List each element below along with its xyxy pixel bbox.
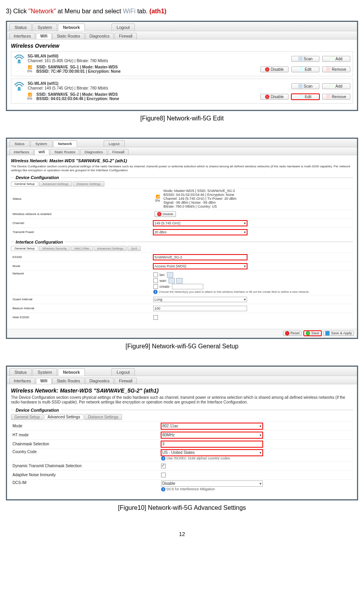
instruction-line: 3) Click "Network" at Menu bar and selec… xyxy=(6,8,358,15)
edit-icon xyxy=(299,95,303,99)
channel-select[interactable]: 149 (5.745 GHz) xyxy=(153,221,247,226)
save-button-highlighted[interactable]: Save xyxy=(304,331,321,336)
subtab-interfaces[interactable]: Interfaces xyxy=(9,149,34,155)
tab-system[interactable]: System xyxy=(32,23,57,31)
tab-network[interactable]: Network xyxy=(58,23,85,31)
subtab-static-routes[interactable]: Static Routes xyxy=(52,33,84,39)
figure8-screenshot: Status System Network Logout Interfaces … xyxy=(6,21,358,111)
info-icon: i xyxy=(161,487,165,491)
tab-advanced-settings[interactable]: Advanced Settings xyxy=(44,414,84,420)
txpower-select[interactable]: 20 dBm xyxy=(153,229,247,235)
main-tabs: Status System Network Logout xyxy=(7,139,357,147)
disable-button[interactable]: Disable xyxy=(260,94,289,100)
interface-config-tabs: General Setup Wireless Security MAC-Filt… xyxy=(11,246,353,251)
tab-mac-filter[interactable]: MAC-Filter xyxy=(71,246,93,251)
tab-network[interactable]: Network xyxy=(53,140,77,147)
subtab-firewall[interactable]: Firewall xyxy=(115,378,136,384)
wan-checkbox[interactable] xyxy=(153,278,158,283)
tab-status[interactable]: Status xyxy=(9,23,32,31)
subtab-wifi[interactable]: Wifi xyxy=(36,378,52,384)
tab-advanced-settings[interactable]: Advanced Settings xyxy=(94,246,127,251)
remove-button[interactable]: Remove xyxy=(322,66,350,72)
subtab-firewall[interactable]: Firewall xyxy=(108,149,129,155)
disable-button[interactable]: Disable xyxy=(260,66,289,72)
dcs-select[interactable]: Disable xyxy=(161,480,263,487)
reset-button[interactable]: Reset xyxy=(283,331,302,336)
subtab-wifi[interactable]: Wifi xyxy=(34,149,49,155)
tab-qos[interactable]: QoS xyxy=(127,246,141,251)
lan-badge-icon xyxy=(167,272,173,278)
instr-network: "Network" xyxy=(29,8,56,14)
tab-logout[interactable]: Logout xyxy=(111,368,135,376)
hide-essid-checkbox[interactable] xyxy=(153,315,158,320)
tab-system[interactable]: System xyxy=(30,140,52,147)
tab-general-setup[interactable]: General Setup xyxy=(11,246,38,251)
tab-status[interactable]: Status xyxy=(9,368,32,376)
tab-wireless-security[interactable]: Wireless Security xyxy=(39,246,70,251)
main-tabs: Status System Network Logout xyxy=(7,367,357,376)
scan-button[interactable]: Scan xyxy=(291,56,319,62)
subtab-diagnostics[interactable]: Diagnostics xyxy=(85,33,114,39)
sub-tabs: Interfaces Wifi Static Routes Diagnostic… xyxy=(7,31,357,39)
tab-logout[interactable]: Logout xyxy=(104,140,125,147)
apply-icon xyxy=(325,331,330,335)
disable-icon xyxy=(265,67,269,72)
dtcs-label: Dynamic Transmit Chainmask Selection xyxy=(11,464,161,468)
subtab-diagnostics[interactable]: Diagnostics xyxy=(80,149,107,155)
essid-input[interactable]: SAWWAVE_5G-2 xyxy=(153,255,247,260)
subtab-static-routes[interactable]: Static Routes xyxy=(52,378,84,384)
htmode-select[interactable]: 80MHz xyxy=(161,432,263,438)
svg-point-1 xyxy=(18,87,21,90)
tab-distance-settings[interactable]: Distance Settings xyxy=(84,414,122,420)
create-checkbox[interactable] xyxy=(153,284,158,289)
mode-select[interactable]: 802.11ac xyxy=(161,423,263,429)
device-config-tabs: General Setup Advanced Settings Distance… xyxy=(11,414,353,420)
edit-button-highlighted[interactable]: Edit xyxy=(291,94,319,100)
subtab-firewall[interactable]: Firewall xyxy=(115,33,136,39)
instr-ath: (ath1) xyxy=(149,8,167,14)
subtab-interfaces[interactable]: Interfaces xyxy=(9,33,35,39)
section-legend: Device Configuration xyxy=(14,408,61,412)
tab-system[interactable]: System xyxy=(32,368,57,376)
tab-network[interactable]: Network xyxy=(58,368,85,376)
tab-general-setup[interactable]: General Setup xyxy=(11,181,38,186)
guard-interval-select[interactable]: Long xyxy=(153,297,247,302)
subtab-wifi[interactable]: Wifi xyxy=(36,33,52,39)
page-description: The Device Configuration section covers … xyxy=(11,165,353,172)
ani-checkbox[interactable] xyxy=(161,473,166,477)
page-title: Wireless Network: Master-WDS "SAWWAVE_5G… xyxy=(11,387,353,394)
subtab-static-routes[interactable]: Static Routes xyxy=(50,149,80,155)
mode-select[interactable]: Access Point (WDS) xyxy=(153,264,247,269)
info-icon: i xyxy=(153,290,158,294)
chainmask-input[interactable]: 3 xyxy=(161,441,263,447)
add-button[interactable]: Add xyxy=(322,83,350,89)
disable-button[interactable]: Disable xyxy=(154,211,176,217)
add-button[interactable]: Add xyxy=(322,56,350,62)
tab-general-setup[interactable]: General Setup xyxy=(11,414,43,420)
remove-icon xyxy=(326,95,330,99)
figure9-caption: [Figure9] Network-wifi-5G General Setup xyxy=(6,343,358,350)
edit-button[interactable]: Edit xyxy=(291,66,319,72)
tab-status[interactable]: Status xyxy=(9,140,30,147)
instr-mid: at Menu bar and select xyxy=(56,8,123,14)
wifi-radio-icon xyxy=(14,54,25,63)
net-wan-label: wan: xyxy=(160,279,167,283)
subtab-diagnostics[interactable]: Diagnostics xyxy=(85,378,114,384)
tab-advanced-settings[interactable]: Advanced Settings xyxy=(39,181,72,186)
country-code-hint: Use ISO/IEC 3166 alpha2 country codes. xyxy=(167,456,231,460)
guard-interval-label: Guard Interval xyxy=(11,298,153,301)
signal-icon: 📶0% xyxy=(153,195,162,203)
create-input[interactable] xyxy=(172,284,203,289)
country-code-select[interactable]: US - United States xyxy=(161,450,263,456)
interface-config-section: Interface Configuration General Setup Wi… xyxy=(11,240,353,323)
tab-distance-settings[interactable]: Distance Settings xyxy=(73,181,104,186)
beacon-interval-input[interactable]: 100 xyxy=(153,306,247,311)
subtab-interfaces[interactable]: Interfaces xyxy=(9,378,35,384)
scan-button[interactable]: Scan xyxy=(291,83,319,89)
save-apply-button[interactable]: Save & Apply xyxy=(323,331,354,336)
dtcs-checkbox[interactable] xyxy=(161,464,166,468)
tab-logout[interactable]: Logout xyxy=(111,23,135,31)
remove-button[interactable]: Remove xyxy=(322,94,350,100)
instr-wifi: WiFi xyxy=(123,8,135,14)
lan-checkbox[interactable] xyxy=(153,273,158,277)
